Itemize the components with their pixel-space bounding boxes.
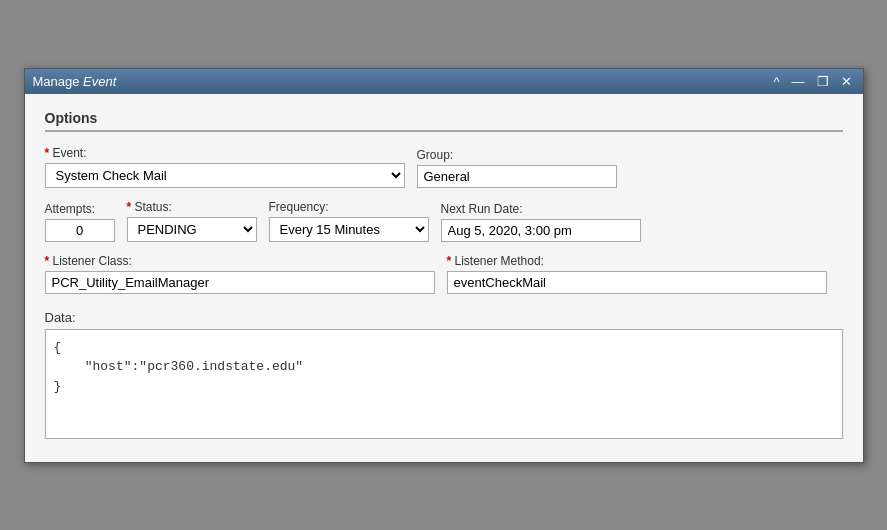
data-section: Data: xyxy=(45,310,843,442)
status-field-group: * Status: PENDING ACTIVE INACTIVE xyxy=(127,200,257,242)
group-field-group: Group: xyxy=(417,148,617,188)
close-button[interactable]: ✕ xyxy=(838,75,855,88)
options-section-header: Options xyxy=(45,110,843,132)
data-label: Data: xyxy=(45,310,843,325)
window-body: Options * Event: System Check Mail Group… xyxy=(25,94,863,462)
status-label: * Status: xyxy=(127,200,257,214)
event-required-star: * xyxy=(45,146,50,160)
listener-row: * Listener Class: * Listener Method: xyxy=(45,254,843,294)
listener-method-label: * Listener Method: xyxy=(447,254,827,268)
attempts-field-group: Attempts: xyxy=(45,202,115,242)
next-run-date-input[interactable] xyxy=(441,219,641,242)
listener-class-label: * Listener Class: xyxy=(45,254,435,268)
listener-method-required-star: * xyxy=(447,254,452,268)
attempts-status-row: Attempts: * Status: PENDING ACTIVE INACT… xyxy=(45,200,843,242)
event-group-row: * Event: System Check Mail Group: xyxy=(45,146,843,188)
maximize-button[interactable]: ❐ xyxy=(814,75,832,88)
frequency-select[interactable]: Every 15 Minutes Every 30 Minutes Every … xyxy=(269,217,429,242)
next-run-date-label: Next Run Date: xyxy=(441,202,641,216)
event-label: * Event: xyxy=(45,146,405,160)
title-bar: Manage Event ^ — ❐ ✕ xyxy=(25,69,863,94)
next-run-date-field-group: Next Run Date: xyxy=(441,202,641,242)
group-label: Group: xyxy=(417,148,617,162)
event-select[interactable]: System Check Mail xyxy=(45,163,405,188)
status-required-star: * xyxy=(127,200,132,214)
listener-method-input[interactable] xyxy=(447,271,827,294)
listener-class-field-group: * Listener Class: xyxy=(45,254,435,294)
minimize-button[interactable]: ^ xyxy=(770,75,782,88)
title-bar-controls: ^ — ❐ ✕ xyxy=(770,75,854,88)
group-input[interactable] xyxy=(417,165,617,188)
manage-event-window: Manage Event ^ — ❐ ✕ Options * Event: Sy… xyxy=(24,68,864,463)
restore-button[interactable]: — xyxy=(789,75,808,88)
event-field-group: * Event: System Check Mail xyxy=(45,146,405,188)
listener-class-input[interactable] xyxy=(45,271,435,294)
status-select[interactable]: PENDING ACTIVE INACTIVE xyxy=(127,217,257,242)
window-title: Manage Event xyxy=(33,74,117,89)
attempts-input[interactable] xyxy=(45,219,115,242)
listener-class-required-star: * xyxy=(45,254,50,268)
data-textarea[interactable] xyxy=(45,329,843,439)
attempts-label: Attempts: xyxy=(45,202,115,216)
frequency-field-group: Frequency: Every 15 Minutes Every 30 Min… xyxy=(269,200,429,242)
listener-method-field-group: * Listener Method: xyxy=(447,254,827,294)
frequency-label: Frequency: xyxy=(269,200,429,214)
